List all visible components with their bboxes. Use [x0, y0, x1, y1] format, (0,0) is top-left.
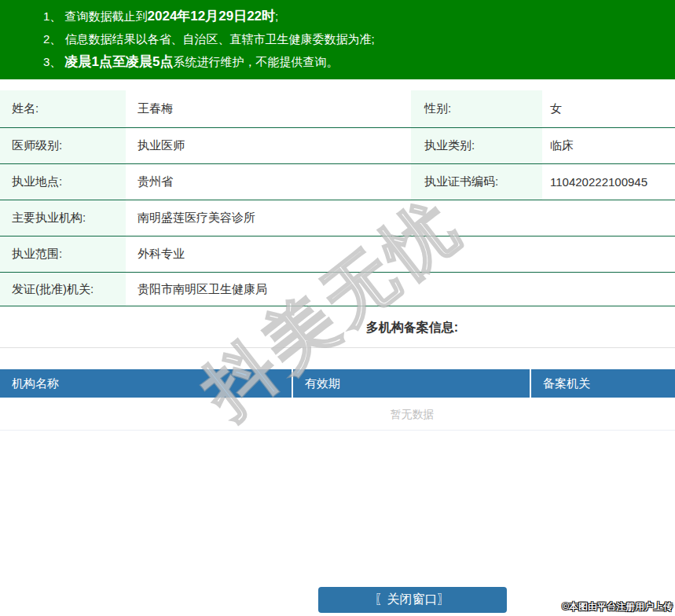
category-label: 执业类别:	[411, 128, 542, 163]
notice-2-text: 2、 信息数据结果以各省、自治区、直辖市卫生健康委数据为准;	[43, 32, 375, 46]
table-row-level-category: 医师级别: 执业医师 执业类别: 临床	[0, 128, 675, 164]
location-label: 执业地点:	[0, 164, 126, 200]
scope-value: 外科专业	[126, 236, 675, 272]
notice-item-2: 2、 信息数据结果以各省、自治区、直辖市卫生健康委数据为准;	[43, 28, 675, 50]
table-row-main-org: 主要执业机构: 南明盛莲医疗美容诊所	[0, 200, 675, 236]
notice-1-bold: 2024年12月29日22时	[148, 9, 276, 24]
gender-value: 女	[542, 90, 675, 127]
table-row-location-cert: 执业地点: 贵州省 执业证书编码: 110420222100945	[0, 164, 675, 200]
table-row-scope: 执业范围: 外科专业	[0, 236, 675, 273]
org-value: 南明盛莲医疗美容诊所	[126, 200, 675, 236]
cert-value: 110420222100945	[542, 164, 675, 200]
notice-item-3: 3、 凌晨1点至凌晨5点系统进行维护，不能提供查询。	[43, 50, 675, 73]
notice-3-post: 系统进行维护，不能提供查询。	[173, 55, 338, 68]
table-row-name-gender: 姓名: 王春梅 性别: 女	[0, 90, 675, 128]
scope-label: 执业范围:	[0, 236, 126, 272]
notice-3-bold: 凌晨1点至凌晨5点	[65, 54, 174, 69]
practitioner-info-table: 姓名: 王春梅 性别: 女 医师级别: 执业医师 执业类别: 临床 执业地点: …	[0, 90, 675, 306]
issuer-label: 发证(批准)机关:	[0, 273, 126, 306]
column-header-authority: 备案机关	[530, 369, 675, 398]
notice-item-1: 1、 查询数据截止到2024年12月29日22时;	[43, 5, 675, 28]
category-value: 临床	[542, 128, 675, 163]
multi-org-section-title: 多机构备案信息:	[0, 306, 675, 348]
column-header-org-name: 机构名称	[0, 369, 292, 398]
org-label: 主要执业机构:	[0, 200, 126, 236]
notice-banner: 1、 查询数据截止到2024年12月29日22时; 2、 信息数据结果以各省、自…	[0, 0, 675, 79]
close-window-button[interactable]: 〖关闭窗口〗	[318, 587, 507, 613]
name-label: 姓名:	[0, 90, 126, 127]
notice-1-post: ;	[275, 9, 278, 23]
issuer-value: 贵阳市南明区卫生健康局	[126, 273, 675, 306]
gender-label: 性别:	[411, 90, 542, 127]
empty-data-text: 暂无数据	[0, 398, 675, 431]
level-label: 医师级别:	[0, 128, 126, 163]
level-value: 执业医师	[126, 128, 411, 163]
location-value: 贵州省	[126, 164, 411, 200]
spacer	[0, 348, 675, 369]
notice-3-pre: 3、	[43, 55, 65, 68]
column-header-validity: 有效期	[292, 369, 530, 398]
notice-1-pre: 1、 查询数据截止到	[43, 9, 148, 23]
cert-label: 执业证书编码:	[411, 164, 542, 200]
table-row-issuer: 发证(批准)机关: 贵阳市南明区卫生健康局	[0, 273, 675, 306]
filing-table-header: 机构名称 有效期 备案机关	[0, 369, 675, 398]
name-value: 王春梅	[126, 90, 411, 127]
button-row: 〖关闭窗口〗	[0, 587, 675, 613]
